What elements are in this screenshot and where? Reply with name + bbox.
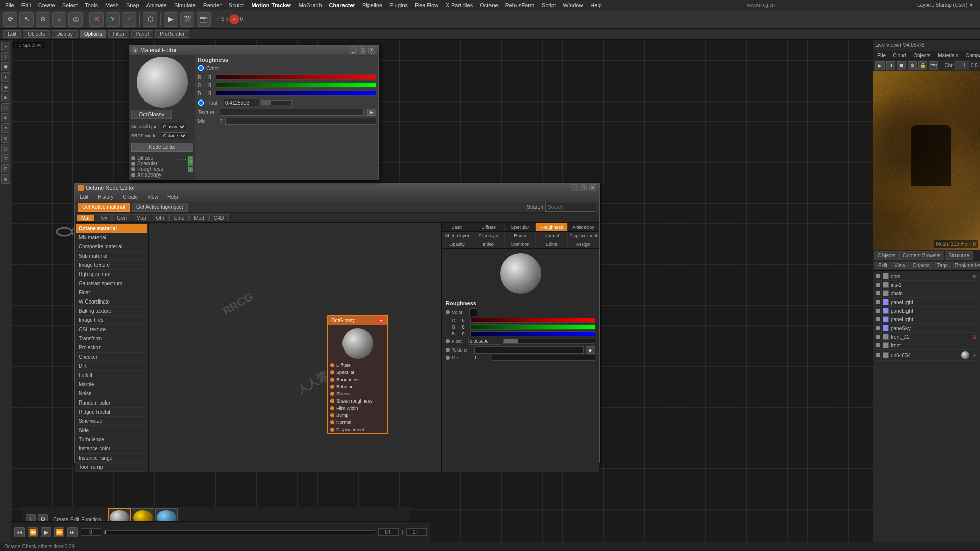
ne-maximize[interactable]: □ (580, 184, 587, 191)
ne-tab-oth[interactable]: Oth (152, 214, 169, 221)
ne-tab-normal[interactable]: Normal (536, 232, 568, 240)
diffuse-check[interactable]: ✓ (188, 156, 193, 161)
rp-item-panesky[interactable]: paneSky (874, 324, 979, 333)
left-icon-1[interactable]: ▸ (1, 42, 10, 51)
play-forward-btn[interactable]: ⏭ (67, 527, 78, 537)
sec-objects[interactable]: Objects (23, 30, 50, 38)
oct-settings-icon[interactable]: ⚙ (908, 61, 917, 70)
left-icon-13[interactable]: ⊟ (1, 164, 10, 173)
float-radio[interactable] (198, 99, 204, 106)
ne-tab-specular[interactable]: Specular (505, 223, 536, 231)
menu-animate[interactable]: Animate (143, 1, 170, 9)
chr-mode-btn[interactable]: PT (955, 61, 969, 70)
left-icon-4[interactable]: ✦ (1, 72, 10, 82)
rp-item-panelight2[interactable]: paneLight (874, 307, 979, 315)
ne-tab-bump[interactable]: Bump (505, 232, 536, 240)
rp-tab-browser[interactable]: Content Browser (899, 251, 944, 260)
ne-mat-side[interactable]: Side (76, 426, 147, 435)
ne-mat-composite[interactable]: Composite material (76, 242, 147, 252)
ne-mat-octane[interactable]: Octane material (76, 224, 147, 233)
float-input[interactable] (224, 99, 259, 106)
oct-menu-file[interactable]: File (875, 53, 888, 58)
ne-g-slider[interactable] (470, 324, 595, 330)
b-slider-track[interactable] (216, 91, 376, 96)
ne-search-input[interactable] (545, 203, 596, 212)
add-tool[interactable]: ⊕ (36, 12, 50, 27)
sec-display[interactable]: Display (52, 30, 78, 38)
rp-item-front[interactable]: front (874, 341, 979, 350)
ne-mat-gaussian[interactable]: Gaussian spectrum (76, 279, 147, 288)
rp-item-panelight1[interactable]: paneLight (874, 298, 979, 307)
ne-tab-gen[interactable]: Gen (112, 214, 131, 221)
ne-mat-sub[interactable]: Sub material (76, 252, 147, 261)
dom-vis-icon[interactable]: 👁 (972, 274, 977, 279)
rp-item-chain[interactable]: chain (874, 289, 979, 298)
ne-canvas[interactable]: RRCG 人人素材 OctGlossy ● Diffuse Spe (149, 223, 441, 472)
rp-objects-btn[interactable]: Objects (910, 262, 933, 269)
ne-mat-baking[interactable]: Baking texture (76, 307, 147, 316)
mat-type-select[interactable]: Glossy (161, 123, 186, 130)
rp-view-btn[interactable]: View (891, 262, 909, 269)
ne-mat-checker[interactable]: Checker (76, 353, 147, 362)
ne-minimize[interactable]: _ (571, 184, 578, 191)
sec-filter[interactable]: Filter (108, 30, 129, 38)
oct-lock-icon[interactable]: 🔒 (918, 61, 927, 70)
y-axis[interactable]: Y (106, 12, 120, 27)
ne-mat-w-coord[interactable]: W Coordinate (76, 297, 147, 307)
ne-mat-image-tex[interactable]: Image texture (76, 261, 147, 270)
step-forward-btn[interactable]: ⏩ (54, 527, 64, 537)
menu-mesh[interactable]: Mesh (102, 1, 122, 9)
ne-mat-image-tiles[interactable]: Image tiles (76, 316, 147, 325)
texture-browse-btn[interactable]: ▶ (366, 109, 376, 116)
timeline-track[interactable] (104, 530, 375, 534)
octglossy-node-header[interactable]: OctGlossy ● (328, 316, 387, 325)
menu-octane[interactable]: Octane (477, 1, 501, 9)
ne-mat-sine[interactable]: Sine wave (76, 417, 147, 426)
rp-item-dom[interactable]: dom 👁 (874, 272, 979, 281)
play-btn[interactable]: ▶ (41, 527, 51, 537)
step-back-btn[interactable]: ⏪ (28, 527, 38, 537)
left-icon-14[interactable]: ⊕ (1, 174, 10, 184)
sec-edit[interactable]: Edit (3, 30, 21, 38)
oct-menu-materials[interactable]: Materials (936, 53, 961, 58)
menu-help[interactable]: Help (587, 1, 605, 9)
ne-mix-slider[interactable] (492, 355, 595, 361)
oct-camera-icon[interactable]: 📷 (929, 61, 938, 70)
menu-mograph[interactable]: MoGraph (296, 1, 325, 9)
ne-mat-osl[interactable]: OSL texture (76, 325, 147, 334)
get-active-tag-btn[interactable]: Get Active tag/object (132, 203, 188, 212)
render-region[interactable]: 🎬 (180, 12, 194, 27)
target-tool[interactable]: ◎ (68, 12, 83, 27)
left-icon-8[interactable]: ⊚ (1, 113, 10, 122)
ne-tab-mat[interactable]: Mat (77, 214, 94, 221)
left-icon-2[interactable]: ⊹ (1, 52, 10, 61)
ne-tab-anisotropy[interactable]: Anisotropy (568, 223, 599, 231)
ne-r-slider[interactable] (470, 318, 595, 323)
left-icon-5[interactable]: ◈ (1, 83, 10, 92)
circle-tool[interactable]: ○ (52, 12, 66, 27)
r-slider-track[interactable] (216, 74, 376, 80)
ne-color-swatch[interactable] (469, 308, 477, 316)
menu-rebusfarm[interactable]: RebusFarm (502, 1, 537, 9)
roughness-check[interactable]: ✓ (188, 167, 193, 172)
g-slider-track[interactable] (216, 83, 376, 88)
menu-motiontracker[interactable]: Motion Tracker (248, 1, 294, 9)
rp-item-up64654[interactable]: up64654 ⚠ (874, 350, 979, 361)
ne-mat-ridged[interactable]: Ridged fractal (76, 408, 147, 417)
oct-menu-cloud[interactable]: Cloud (891, 53, 908, 58)
left-icon-12[interactable]: ▽ (1, 154, 10, 163)
sec-panel[interactable]: Panel (131, 30, 154, 38)
ne-mat-float[interactable]: Float (76, 288, 147, 297)
menu-character[interactable]: Character (326, 1, 358, 9)
left-icon-11[interactable]: ◎ (1, 144, 10, 153)
menu-window[interactable]: Window (560, 1, 586, 9)
ne-mat-instance-range[interactable]: Instance range (76, 454, 147, 463)
ne-tab-opacity[interactable]: Opacity (442, 240, 473, 248)
x-axis[interactable]: ✕ (89, 12, 104, 27)
octglossy-node-close[interactable]: ● (378, 317, 384, 323)
oct-menu-objects[interactable]: Objects (911, 53, 933, 58)
texture-input[interactable] (220, 109, 364, 116)
rp-item-ins1[interactable]: ins-1 (874, 281, 979, 289)
ne-tab-c4d[interactable]: C4D (209, 214, 229, 221)
ne-close[interactable]: ✕ (589, 184, 596, 191)
